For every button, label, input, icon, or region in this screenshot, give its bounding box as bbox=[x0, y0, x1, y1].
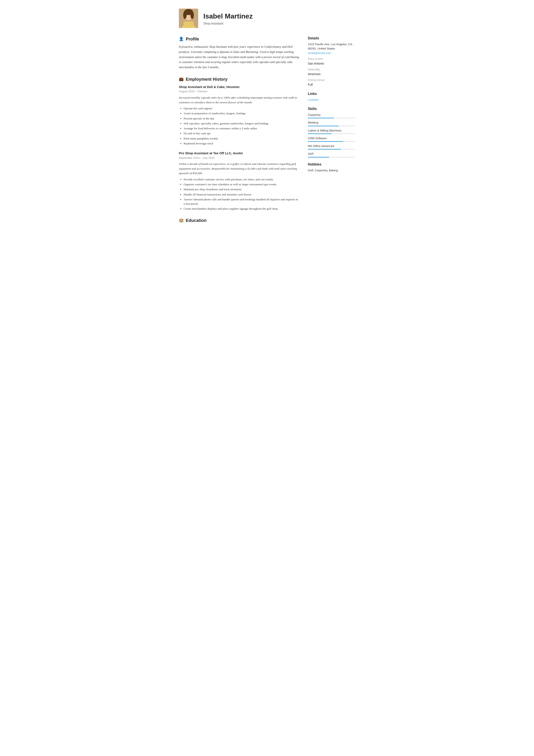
nationality-value: American bbox=[308, 72, 355, 76]
skill-welding: Welding bbox=[308, 121, 355, 126]
skill-bar-fill bbox=[308, 149, 341, 149]
link-item-linkedin[interactable]: Linkedin bbox=[308, 98, 355, 102]
skills-section: Skills Carpentry Welding Lathes & Millin… bbox=[308, 106, 355, 157]
profile-section-title: 👤 Profile bbox=[179, 36, 299, 42]
links-section: Links Linkedin bbox=[308, 91, 355, 102]
links-title: Links bbox=[308, 91, 355, 96]
list-item: Arrange for food deliveries to customers… bbox=[184, 126, 299, 131]
place-of-birth-label: Place of birth bbox=[308, 57, 355, 61]
skill-bar-fill bbox=[308, 157, 329, 157]
profile-icon: 👤 bbox=[179, 36, 184, 42]
hobbies-section: Hobbies Golf, Carpentry, Baking bbox=[308, 162, 355, 173]
education-label: Education bbox=[186, 217, 207, 224]
right-column: Details 1515 Pacific Ave, Los Angeles, C… bbox=[308, 36, 355, 230]
left-column: 👤 Profile A proactive, enthusiastic Shop… bbox=[179, 36, 299, 230]
skill-name: Lathes & Milling Machines bbox=[308, 128, 355, 133]
skill-name: Welding bbox=[308, 121, 355, 125]
skill-sap: SAP bbox=[308, 152, 355, 157]
name-block: Isabel Martinez Shop Assistant bbox=[203, 11, 253, 26]
skill-bar-bg bbox=[308, 126, 355, 126]
profile-text: A proactive, enthusiastic Shop Assistant… bbox=[179, 44, 299, 70]
skill-name: MS Office Advanced bbox=[308, 144, 355, 148]
skill-carpentry: Carpentry bbox=[308, 113, 355, 118]
svg-point-4 bbox=[183, 11, 187, 19]
list-item: Organize customer's tee time schedules a… bbox=[184, 182, 299, 187]
skill-crm: CRM Software bbox=[308, 136, 355, 142]
list-item: Provide excellent customer service with … bbox=[184, 177, 299, 182]
list-item: Assist in preparation of sandwiches, bur… bbox=[184, 111, 299, 116]
education-icon: 🏫 bbox=[179, 217, 184, 223]
list-item: Sell cupcakes, specialty cakes, gourmet … bbox=[184, 122, 299, 126]
job-list-2: Provide excellent customer service with … bbox=[179, 177, 299, 211]
job-title-1: Shop Assistant at Deli & Cake, Houston bbox=[179, 85, 299, 90]
profile-label: Profile bbox=[186, 36, 199, 42]
header: Isabel Martinez Shop Assistant bbox=[179, 9, 355, 28]
skill-bar-bg bbox=[308, 149, 355, 149]
list-item: Handle all financial transactions and ma… bbox=[184, 192, 299, 197]
profile-section: 👤 Profile A proactive, enthusiastic Shop… bbox=[179, 36, 299, 70]
svg-point-5 bbox=[191, 11, 194, 19]
place-of-birth-value: San Antonio bbox=[308, 61, 355, 66]
job-list-1: Operate the cash register Assist in prep… bbox=[179, 106, 299, 146]
list-item: Replenish beverage stock bbox=[184, 141, 299, 146]
candidate-name: Isabel Martinez bbox=[203, 11, 253, 21]
skill-bar-bg bbox=[308, 133, 355, 134]
details-section: Details 1515 Pacific Ave, Los Angeles, C… bbox=[308, 36, 355, 87]
skill-lathes: Lathes & Milling Machines bbox=[308, 128, 355, 134]
skill-name: CRM Software bbox=[308, 136, 355, 141]
skill-bar-fill bbox=[308, 118, 334, 118]
employment-label: Employment History bbox=[186, 76, 227, 82]
avatar bbox=[179, 9, 198, 28]
employment-icon: 💼 bbox=[179, 76, 184, 82]
candidate-job-title: Shop Assistant bbox=[203, 21, 253, 26]
nationality-label: Nationality bbox=[308, 68, 355, 71]
job-entry-1: Shop Assistant at Deli & Cake, Houston A… bbox=[179, 85, 299, 146]
hobbies-title: Hobbies bbox=[308, 162, 355, 167]
list-item: Create merchandise displays and place su… bbox=[184, 206, 299, 211]
detail-email: email@email.com bbox=[308, 51, 355, 55]
driving-license-value: Full bbox=[308, 82, 355, 87]
job-entry-2: Pro Shop Assistant at Tee Off LLC, Austi… bbox=[179, 151, 299, 211]
education-section-title: 🏫 Education bbox=[179, 217, 299, 224]
skill-bar-fill bbox=[308, 126, 339, 126]
list-item: Maintain pro shop cleanliness and track … bbox=[184, 187, 299, 192]
skills-title: Skills bbox=[308, 106, 355, 112]
skill-bar-bg bbox=[308, 118, 355, 118]
list-item: Present specials of the day bbox=[184, 117, 299, 121]
hobbies-text: Golf, Carpentry, Baking bbox=[308, 168, 355, 173]
skill-bar-fill bbox=[308, 133, 332, 134]
education-section: 🏫 Education bbox=[179, 217, 299, 224]
job-desc-1: Increased monthly cupcake sales by a 100… bbox=[179, 95, 299, 105]
job-title-2: Pro Shop Assistant at Tee Off LLC, Austi… bbox=[179, 151, 299, 156]
svg-rect-6 bbox=[184, 21, 193, 28]
driving-license-label: Driving license bbox=[308, 78, 355, 82]
skill-name: Carpentry bbox=[308, 113, 355, 117]
list-item: Operate the cash register bbox=[184, 106, 299, 111]
resume-page: Isabel Martinez Shop Assistant 👤 Profile… bbox=[170, 0, 364, 243]
detail-address: 1515 Pacific Ave, Los Angeles, CA 90291,… bbox=[308, 42, 355, 51]
skill-bar-fill bbox=[308, 141, 343, 142]
list-item: Print menu pamphlets weekly bbox=[184, 136, 299, 141]
employment-section: 💼 Employment History Shop Assistant at D… bbox=[179, 76, 299, 211]
employment-section-title: 💼 Employment History bbox=[179, 76, 299, 82]
skill-name: SAP bbox=[308, 152, 355, 156]
job-desc-2: Utilize a decade of hands-on experience,… bbox=[179, 162, 299, 176]
skill-msoffice: MS Office Advanced bbox=[308, 144, 355, 149]
list-item: Answer inbound phone calls and handle qu… bbox=[184, 197, 299, 206]
job-dates-2: September 2014 – July 2015 bbox=[179, 156, 299, 160]
job-dates-1: August 2015 – Present bbox=[179, 89, 299, 94]
details-title: Details bbox=[308, 36, 355, 41]
list-item: Do end of day cash ups bbox=[184, 131, 299, 136]
skill-bar-bg bbox=[308, 141, 355, 142]
main-layout: 👤 Profile A proactive, enthusiastic Shop… bbox=[179, 36, 355, 230]
skill-bar-bg bbox=[308, 157, 355, 157]
